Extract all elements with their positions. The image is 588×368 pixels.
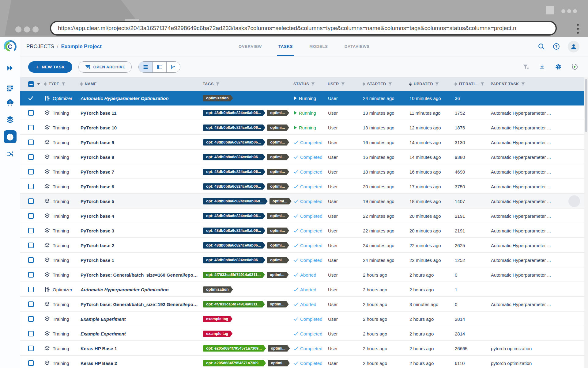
column-header-started[interactable]: STARTED: [361, 82, 408, 86]
column-header-status[interactable]: STATUS: [292, 82, 326, 86]
url-bar[interactable]: https://app.clear.ml/projects/2043a1657f…: [50, 21, 557, 36]
task-name[interactable]: PyTorch base 6: [79, 184, 202, 189]
sort-icon[interactable]: [80, 82, 83, 86]
table-row[interactable]: TrainingExample Experimentexample tagCom…: [20, 326, 584, 341]
task-name[interactable]: PyTorch base 10: [79, 125, 202, 130]
row-checkbox[interactable]: [28, 198, 34, 204]
breadcrumb-projects[interactable]: PROJECTS: [26, 44, 54, 50]
breadcrumb-current-project[interactable]: Example Project: [61, 44, 101, 50]
kebab-menu-icon[interactable]: [577, 24, 579, 34]
filter-funnel-icon[interactable]: [341, 82, 345, 86]
tab-tasks[interactable]: TASKS: [277, 37, 294, 56]
workers-queues-icon[interactable]: [6, 85, 14, 92]
table-row[interactable]: TrainingPyTorch base 2opt: 48db0b8a6c824…: [20, 238, 584, 253]
row-checkbox[interactable]: [28, 257, 34, 263]
table-row[interactable]: TrainingPyTorch base: General/batch_size…: [20, 267, 584, 282]
row-checkbox[interactable]: [28, 228, 34, 233]
filter-funnel-icon[interactable]: [216, 82, 220, 86]
table-row[interactable]: TrainingPyTorch base 1opt: 48db0b8a6c824…: [20, 253, 584, 267]
row-checkbox[interactable]: [28, 154, 34, 160]
sort-icon[interactable]: [454, 82, 457, 86]
column-header-user[interactable]: USER: [326, 82, 361, 86]
row-checkbox[interactable]: [28, 169, 34, 174]
column-header-parent[interactable]: PARENT TASK: [489, 82, 584, 86]
split-view-icon[interactable]: [153, 62, 166, 72]
row-checkbox[interactable]: [28, 360, 34, 366]
filter-funnel-icon[interactable]: [388, 82, 392, 86]
tab-overview[interactable]: OVERVIEW: [237, 37, 263, 56]
task-name[interactable]: Example Experiment: [79, 316, 202, 322]
row-checkbox[interactable]: [28, 140, 34, 145]
select-dropdown-caret-icon[interactable]: [37, 83, 40, 85]
row-checkbox[interactable]: [28, 110, 34, 116]
table-row[interactable]: TrainingPyTorch base 6opt: 48db0b8a6c824…: [20, 179, 584, 194]
new-task-button[interactable]: + NEW TASK: [28, 61, 72, 73]
datasets-icon[interactable]: [6, 116, 14, 124]
column-header-select-all[interactable]: [20, 81, 43, 87]
task-name[interactable]: Automatic Hyperparameter Optimization: [79, 96, 202, 101]
table-row[interactable]: TrainingPyTorch base 8opt: 48db0b8a6c824…: [20, 150, 584, 164]
table-row[interactable]: TrainingPyTorch base 7opt: 48db0b8a6c824…: [20, 164, 584, 179]
select-all-checkbox[interactable]: [28, 81, 34, 87]
table-row[interactable]: TrainingPyTorch base 11opt: 48db0b8a6c82…: [20, 105, 584, 120]
task-name[interactable]: PyTorch base 2: [79, 243, 202, 248]
filter-funnel-icon[interactable]: [481, 82, 484, 86]
task-name[interactable]: PyTorch base: General/batch_size=192 Gen…: [79, 302, 202, 307]
task-name[interactable]: Example Experiment: [79, 331, 202, 336]
pipelines-icon[interactable]: [6, 150, 14, 158]
column-header-name[interactable]: NAME: [79, 82, 202, 86]
window-control-dots[interactable]: [561, 9, 577, 13]
table-row[interactable]: TrainingPyTorch base: General/batch_size…: [20, 297, 584, 312]
task-name[interactable]: PyTorch base 9: [79, 140, 202, 145]
column-header-updated[interactable]: UPDATED: [408, 82, 453, 86]
column-header-tags[interactable]: TAGS: [202, 82, 292, 86]
row-checkbox[interactable]: [28, 243, 34, 248]
filter-funnel-icon[interactable]: [62, 82, 65, 86]
task-name[interactable]: PyTorch base 11: [79, 110, 202, 116]
table-view-icon[interactable]: [139, 62, 153, 72]
table-row[interactable]: TrainingKeras HP Base 1opt: e205d684f795…: [20, 341, 584, 356]
row-checkbox[interactable]: [28, 316, 34, 322]
refresh-icon[interactable]: [571, 63, 578, 70]
task-name[interactable]: PyTorch base 5: [79, 199, 202, 204]
table-row[interactable]: TrainingPyTorch base 9opt: 48db0b8a6c824…: [20, 135, 584, 150]
tab-models[interactable]: MODELS: [308, 37, 329, 56]
row-checkbox[interactable]: [28, 272, 34, 278]
table-row[interactable]: TrainingKeras HP Base 2opt: e205d684f795…: [20, 356, 584, 368]
expand-icon[interactable]: [6, 64, 14, 72]
chart-view-icon[interactable]: [166, 62, 180, 72]
autoscalers-icon[interactable]: [6, 98, 14, 106]
table-row[interactable]: TrainingExample Experimentexample tagCom…: [20, 312, 584, 326]
open-archive-button[interactable]: OPEN ARCHIVE: [78, 61, 132, 73]
url-text[interactable]: https://app.clear.ml/projects/2043a1657f…: [58, 25, 549, 32]
table-row[interactable]: OptimizerAutomatic Hyperparameter Optimi…: [20, 282, 584, 297]
row-checkbox[interactable]: [28, 331, 34, 336]
tab-dataviews[interactable]: DATAVIEWS: [343, 37, 371, 56]
task-name[interactable]: PyTorch base: General/batch_size=160 Gen…: [79, 272, 202, 278]
projects-icon[interactable]: [4, 130, 17, 143]
filter-funnel-icon[interactable]: [311, 82, 315, 86]
search-icon[interactable]: [538, 43, 545, 50]
column-header-iteration[interactable]: ITERATI...: [453, 82, 489, 86]
task-name[interactable]: Keras HP Base 1: [79, 346, 202, 351]
task-name[interactable]: PyTorch base 4: [79, 213, 202, 219]
column-header-type[interactable]: TYPE: [43, 82, 79, 86]
task-name[interactable]: PyTorch base 3: [79, 228, 202, 233]
filter-clear-icon[interactable]: [523, 64, 529, 70]
help-icon[interactable]: ?: [553, 43, 560, 50]
window-traffic-lights[interactable]: [15, 26, 39, 33]
row-checkbox[interactable]: [28, 301, 34, 307]
table-row[interactable]: TrainingPyTorch base 5opt: 48db0b8a6c824…: [20, 194, 584, 209]
user-avatar[interactable]: [568, 41, 579, 52]
task-name[interactable]: PyTorch base 8: [79, 155, 202, 160]
sort-icon[interactable]: [44, 82, 47, 86]
download-icon[interactable]: [539, 64, 545, 70]
table-row[interactable]: TrainingPyTorch base 10opt: 48db0b8a6c82…: [20, 120, 584, 135]
row-checkbox[interactable]: [28, 184, 34, 189]
row-checkbox[interactable]: [28, 125, 34, 130]
task-name[interactable]: Automatic Hyperparameter Optimization: [79, 287, 202, 292]
sort-icon[interactable]: [409, 82, 412, 86]
sort-icon[interactable]: [363, 82, 365, 86]
task-name[interactable]: PyTorch base 1: [79, 258, 202, 263]
vertical-scrollbar[interactable]: [584, 77, 588, 368]
